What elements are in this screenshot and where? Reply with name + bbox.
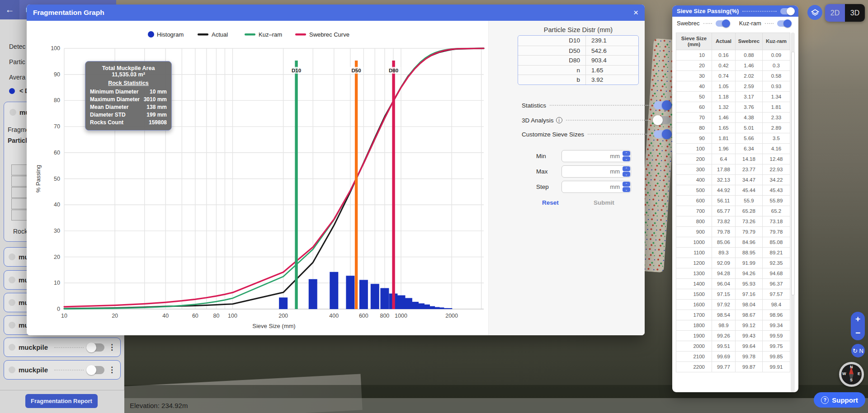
table-row[interactable]: 120092.0991.9992.35 <box>676 258 790 268</box>
y-tick-label: 80 <box>54 97 60 103</box>
muckpile-list-item[interactable]: muckpile⋮ <box>4 338 121 357</box>
table-row[interactable]: 130094.2894.2694.68 <box>676 268 790 279</box>
min-input[interactable]: mm⌃⌄ <box>561 150 631 162</box>
table-row[interactable]: 220099.7799.8799.91 <box>676 362 790 372</box>
stepper-up-icon[interactable]: ⌃ <box>623 151 630 156</box>
unit-label: mm <box>610 168 620 175</box>
dotted-leader <box>550 105 650 106</box>
statistics-toggle[interactable] <box>654 101 671 109</box>
table-row[interactable]: 190099.2699.4399.59 <box>676 331 790 341</box>
x-tick-label: 1000 <box>395 313 407 319</box>
unit-label: mm <box>610 153 620 160</box>
table-cell: 98.9 <box>712 320 736 331</box>
table-row[interactable]: 140096.0495.9396.37 <box>676 279 790 289</box>
reset-button[interactable]: Reset <box>542 199 559 206</box>
dialog-title: Fragmentation Graph <box>33 9 104 17</box>
table-cell: 90 <box>676 133 712 144</box>
table-cell: 97.15 <box>712 289 736 300</box>
tooltip-row: Mean Diameter138 mm <box>90 103 167 111</box>
swebrec-toggle[interactable] <box>716 20 729 27</box>
table-cell: 95.93 <box>736 279 763 289</box>
sieve-size-input-row: Maxmm⌃⌄ <box>536 165 631 178</box>
table-row[interactable]: 160097.9298.0498.4 <box>676 300 790 310</box>
table-cell: 4.38 <box>736 113 763 123</box>
table-cell: 98.96 <box>763 310 790 320</box>
support-button[interactable]: ? Support <box>814 392 865 408</box>
table-row[interactable]: 150097.1597.1697.57 <box>676 289 790 300</box>
table-row[interactable]: 210099.6999.7899.85 <box>676 352 790 362</box>
histogram-bar <box>309 279 317 309</box>
table-row[interactable]: 401.052.590.93 <box>676 81 790 92</box>
table-cell: 56.11 <box>712 196 736 206</box>
table-row[interactable]: 601.323.761.81 <box>676 102 790 113</box>
step-input[interactable]: mm⌃⌄ <box>561 181 631 193</box>
table-cell: 99.87 <box>736 362 763 372</box>
table-row[interactable]: 300.742.020.58 <box>676 71 790 81</box>
table-row[interactable]: 50044.9245.4445.43 <box>676 185 790 196</box>
stepper-up-icon[interactable]: ⌃ <box>623 182 630 187</box>
table-scrollbar[interactable] <box>791 33 795 392</box>
particle-size-key: b <box>518 75 586 84</box>
sieve-panel-toggle[interactable] <box>780 8 794 14</box>
muckpile-visibility-toggle[interactable] <box>87 343 104 352</box>
reset-north-button[interactable]: ↻ N <box>851 344 865 357</box>
compass[interactable]: NESW <box>839 362 864 387</box>
view-2d-button[interactable]: 2D <box>825 4 845 22</box>
stepper-up-icon[interactable]: ⌃ <box>623 166 630 171</box>
layers-button[interactable] <box>807 5 822 20</box>
table-row[interactable]: 60056.1155.955.89 <box>676 196 790 206</box>
legend-label: Histogram <box>157 31 184 38</box>
table-row[interactable]: 100085.0684.9685.08 <box>676 237 790 248</box>
zoom-in-button[interactable]: + <box>855 314 860 324</box>
table-row[interactable]: 110089.388.9589.21 <box>676 248 790 258</box>
table-row[interactable]: 100.160.880.09 <box>676 50 790 61</box>
table-row[interactable]: 40032.1334.4734.22 <box>676 175 790 185</box>
submit-button[interactable]: Submit <box>594 199 614 206</box>
sidebar-item: Partic <box>9 58 25 66</box>
scrollbar-thumb[interactable] <box>791 52 795 296</box>
3d-analysis-toggle[interactable] <box>654 116 671 124</box>
table-cell: 0.74 <box>712 71 736 81</box>
table-row[interactable]: 200099.5199.6499.75 <box>676 341 790 352</box>
table-row[interactable]: 901.815.663.5 <box>676 133 790 144</box>
table-row[interactable]: 701.464.382.33 <box>676 113 790 123</box>
view-mode-switcher: 2D 3D <box>825 4 865 22</box>
table-row[interactable]: 80073.8273.2673.18 <box>676 216 790 227</box>
y-tick-label: 90 <box>54 71 60 78</box>
max-input[interactable]: mm⌃⌄ <box>561 165 631 178</box>
dialog-header[interactable]: Fragmentation Graph × <box>27 5 645 21</box>
particle-size-row: D50542.6 <box>518 46 638 56</box>
table-row[interactable]: 180098.999.1299.34 <box>676 320 790 331</box>
table-row[interactable]: 170098.5498.6798.96 <box>676 310 790 320</box>
muckpile-list-item[interactable]: muckpile⋮ <box>4 360 121 380</box>
table-row[interactable]: 70065.7765.2865.2 <box>676 206 790 216</box>
stepper-down-icon[interactable]: ⌄ <box>623 172 630 177</box>
info-icon[interactable]: i <box>556 117 562 123</box>
fragmentation-report-button[interactable]: Fragmentation Report <box>25 394 98 408</box>
table-row[interactable]: 1001.966.344.16 <box>676 144 790 154</box>
table-cell: 400 <box>676 175 712 185</box>
back-button[interactable]: ← <box>0 0 19 19</box>
table-cell: 1800 <box>676 320 712 331</box>
table-cell: 99.26 <box>712 331 736 341</box>
table-row[interactable]: 801.655.012.89 <box>676 123 790 133</box>
tooltip-stat-label: Rocks Count <box>90 119 123 127</box>
table-row[interactable]: 200.421.460.3 <box>676 61 790 71</box>
stepper-down-icon[interactable]: ⌄ <box>623 156 630 161</box>
table-row[interactable]: 501.183.171.34 <box>676 92 790 102</box>
close-icon[interactable]: × <box>633 8 638 18</box>
view-3d-button[interactable]: 3D <box>845 4 865 22</box>
muckpile-visibility-toggle[interactable] <box>87 366 104 374</box>
table-cell: 88.95 <box>736 248 763 258</box>
zoom-out-button[interactable]: − <box>855 328 860 338</box>
customize-sieve-sizes-toggle[interactable] <box>654 130 671 138</box>
kebab-menu-icon[interactable]: ⋮ <box>108 343 116 352</box>
table-row[interactable]: 90079.7879.7979.78 <box>676 227 790 237</box>
kebab-menu-icon[interactable]: ⋮ <box>108 365 116 375</box>
kuz-ram-toggle[interactable] <box>777 20 791 27</box>
tooltip-stat-label: Diameter STD <box>90 111 126 119</box>
stepper-down-icon[interactable]: ⌄ <box>623 187 630 192</box>
table-cell: 98.67 <box>736 310 763 320</box>
table-row[interactable]: 30017.8823.7722.93 <box>676 164 790 175</box>
table-row[interactable]: 2006.414.1812.48 <box>676 154 790 164</box>
